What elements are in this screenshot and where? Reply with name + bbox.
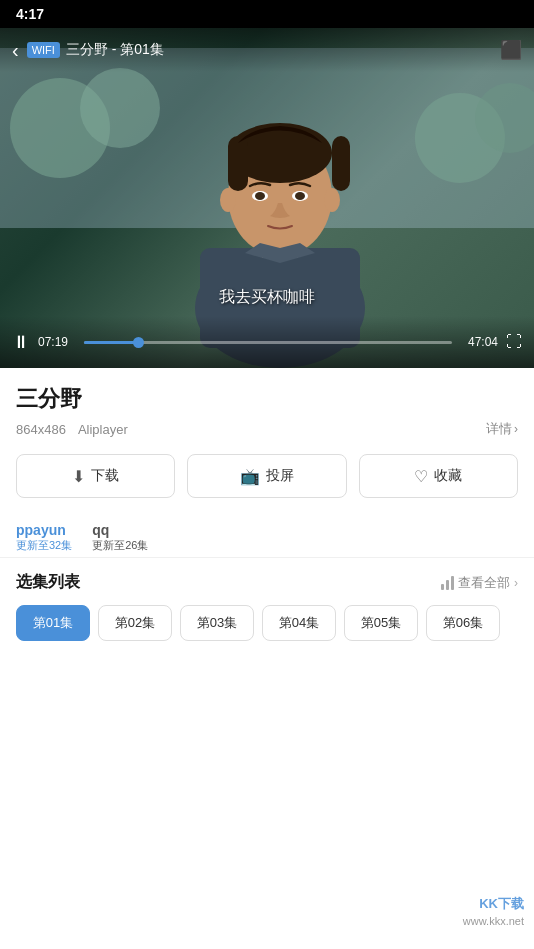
- status-bar: 4:17: [0, 0, 534, 28]
- video-title: 三分野 - 第01集: [66, 41, 500, 59]
- content-area: 三分野 864x486 Aliplayer 详情 › ⬇ 下载 📺 投屏 ♡ 收…: [0, 368, 534, 498]
- current-time: 07:19: [38, 335, 76, 349]
- svg-point-17: [324, 188, 340, 212]
- back-button[interactable]: ‹: [12, 39, 19, 62]
- episode-section-title: 选集列表: [16, 572, 441, 593]
- cast-label: 投屏: [266, 467, 294, 485]
- video-top-bar: ‹ WIFI 三分野 - 第01集 ⬛: [0, 28, 534, 72]
- source-tabs: ppayun 更新至32集 qq 更新至26集: [0, 514, 534, 558]
- episode-item-3[interactable]: 第03集: [180, 605, 254, 641]
- details-link[interactable]: 详情 ›: [486, 420, 518, 438]
- episode-item-1[interactable]: 第01集: [16, 605, 90, 641]
- show-resolution: 864x486: [16, 422, 66, 437]
- tab-qq-update: 更新至26集: [92, 538, 148, 553]
- bar-chart-icon: [441, 576, 454, 590]
- cast-button[interactable]: 📺 投屏: [187, 454, 346, 498]
- watermark: KK下载 www.kkx.net: [463, 895, 524, 929]
- video-subtitle: 我去买杯咖啡: [219, 287, 315, 308]
- show-title: 三分野: [16, 384, 518, 414]
- watermark-line2: www.kkx.net: [463, 914, 524, 929]
- favorite-button[interactable]: ♡ 收藏: [359, 454, 518, 498]
- tab-ppayun-name: ppayun: [16, 522, 72, 538]
- play-pause-button[interactable]: ⏸: [12, 332, 30, 353]
- watermark-line1: KK下载: [463, 895, 524, 913]
- show-header: 三分野 864x486 Aliplayer 详情 ›: [16, 384, 518, 438]
- fullscreen-button[interactable]: ⛶: [506, 333, 522, 351]
- view-all-link[interactable]: 查看全部 ›: [441, 574, 518, 592]
- chevron-right-icon: ›: [514, 576, 518, 590]
- episode-item-6[interactable]: 第06集: [426, 605, 500, 641]
- svg-rect-11: [332, 136, 350, 191]
- episode-item-2[interactable]: 第02集: [98, 605, 172, 641]
- episode-header: 选集列表 查看全部 ›: [16, 572, 518, 593]
- episode-list: 第01集 第02集 第03集 第04集 第05集 第06集: [16, 605, 518, 649]
- progress-bar[interactable]: [84, 341, 452, 344]
- tab-ppayun-update: 更新至32集: [16, 538, 72, 553]
- cast-icon[interactable]: ⬛: [500, 39, 522, 61]
- total-time: 47:04: [460, 335, 498, 349]
- episode-section: 选集列表 查看全部 › 第01集 第02集 第03集 第04集 第05集 第06…: [0, 558, 534, 649]
- show-meta: 864x486 Aliplayer 详情 ›: [16, 420, 518, 438]
- action-buttons-row: ⬇ 下载 📺 投屏 ♡ 收藏: [16, 454, 518, 498]
- status-time: 4:17: [16, 6, 44, 22]
- svg-point-13: [255, 192, 265, 200]
- video-player[interactable]: ‹ WIFI 三分野 - 第01集 ⬛ 我去买杯咖啡 ⏸ 07:19 47:04…: [0, 28, 534, 368]
- heart-icon: ♡: [414, 467, 428, 486]
- source-tab-ppayun[interactable]: ppayun 更新至32集: [16, 522, 72, 553]
- download-button[interactable]: ⬇ 下载: [16, 454, 175, 498]
- svg-point-16: [220, 188, 236, 212]
- progress-fill: [84, 341, 139, 344]
- show-player: Aliplayer: [78, 422, 128, 437]
- view-all-label: 查看全部: [458, 574, 510, 592]
- video-controls: ⏸ 07:19 47:04 ⛶: [0, 316, 534, 368]
- episode-item-4[interactable]: 第04集: [262, 605, 336, 641]
- wifi-icon: WIFI: [27, 42, 60, 58]
- download-label: 下载: [91, 467, 119, 485]
- svg-rect-10: [228, 136, 248, 191]
- source-tab-qq[interactable]: qq 更新至26集: [92, 522, 148, 553]
- cast-screen-icon: 📺: [240, 467, 260, 486]
- svg-point-15: [295, 192, 305, 200]
- chevron-right-icon: ›: [514, 422, 518, 436]
- episode-item-5[interactable]: 第05集: [344, 605, 418, 641]
- favorite-label: 收藏: [434, 467, 462, 485]
- tab-qq-name: qq: [92, 522, 148, 538]
- progress-thumb: [133, 337, 144, 348]
- download-icon: ⬇: [72, 467, 85, 486]
